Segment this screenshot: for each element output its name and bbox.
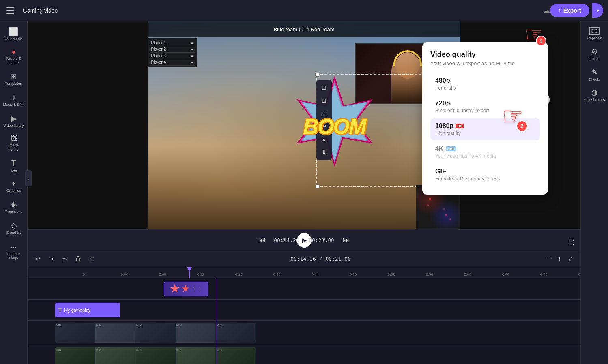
webcam-headphones bbox=[393, 50, 422, 66]
track-title: T My gameplay bbox=[28, 300, 580, 321]
sidebar-item-your-media[interactable]: ⬜ Your media bbox=[2, 24, 26, 45]
filters-icon: ⊘ bbox=[591, 47, 597, 56]
svg-point-5 bbox=[445, 214, 447, 216]
left-sidebar: ⬜ Your media ● Record & create ⊞ Templat… bbox=[0, 21, 28, 364]
video-track-item-main[interactable]: MIN MIN MIN MIN MIN bbox=[55, 323, 256, 343]
score-row-2: Player 2● bbox=[150, 46, 195, 53]
sidebar-label-your-media: Your media bbox=[4, 37, 23, 41]
fit-to-screen-button[interactable]: ⤢ bbox=[565, 253, 576, 264]
captions-icon: CC bbox=[589, 27, 600, 35]
bottom-thumb-3 bbox=[135, 347, 176, 364]
quality-option-480p[interactable]: 480p For drafts bbox=[430, 73, 540, 95]
quality-label-1080p: 1080p bbox=[435, 122, 453, 130]
edit-btn-arrow[interactable]: ⬇ bbox=[318, 146, 330, 158]
right-item-effects[interactable]: ✎ Effects bbox=[582, 65, 607, 84]
edit-btn-crop[interactable]: ⊡ bbox=[318, 81, 330, 94]
quality-label-4k: 4K bbox=[435, 145, 443, 152]
video-thumb-2: MIN bbox=[95, 323, 135, 343]
fullscreen-button[interactable]: ⛶ bbox=[567, 239, 574, 246]
title-track-item[interactable]: T My gameplay bbox=[55, 303, 120, 317]
effects-icon: ✎ bbox=[591, 68, 597, 77]
sidebar-collapse-arrow[interactable]: ‹ bbox=[25, 170, 32, 186]
sidebar-item-feature-flags[interactable]: ··· Feature Flags bbox=[2, 239, 26, 264]
video-thumb-3: MIN bbox=[135, 323, 176, 343]
timeline-ruler: 0 0:04 0:08 0:12 0:16 0:20 0:24 0:28 0:3… bbox=[28, 267, 580, 278]
bottom-thumb-4 bbox=[176, 347, 216, 364]
quality-option-1080p[interactable]: 1080p HD High quality bbox=[430, 118, 540, 140]
score-panel: Player 1● Player 2● Player 3● Player 4● bbox=[148, 38, 197, 67]
title-track-type-icon: T bbox=[58, 307, 62, 313]
export-dropdown-button[interactable]: ▾ bbox=[592, 3, 603, 18]
chevron-left-icon: ‹ bbox=[28, 176, 29, 181]
svg-point-4 bbox=[427, 204, 429, 206]
quality-option-gif[interactable]: GIF For videos 15 seconds or less bbox=[430, 164, 540, 186]
preview-canvas: Blue team 6 : 4 Red Team Player 1● Playe… bbox=[148, 21, 460, 229]
sidebar-item-brand-kit[interactable]: ◇ Brand kit bbox=[2, 218, 26, 238]
timeline-toolbar: ↩ ↪ ✂ 🗑 ⧉ 00:14.26 / 00:21.00 − + ⤢ bbox=[28, 251, 580, 267]
graphics-icon: ✦ bbox=[11, 181, 16, 187]
sidebar-label-image-library: Image library bbox=[3, 143, 24, 152]
quality-desc-480p: For drafts bbox=[435, 85, 535, 91]
timeline-area: ↩ ↪ ✂ 🗑 ⧉ 00:14.26 / 00:21.00 − + ⤢ 0 0:… bbox=[28, 251, 580, 364]
cut-button[interactable]: ✂ bbox=[59, 253, 69, 264]
bottom-thumb-1 bbox=[55, 347, 95, 364]
quality-option-720p[interactable]: 720p Smaller file, faster export bbox=[430, 96, 540, 118]
sidebar-item-templates[interactable]: ⊞ Templates bbox=[2, 69, 26, 89]
quality-desc-1080p: High quality bbox=[435, 131, 535, 136]
quality-badge-hd: HD bbox=[456, 124, 464, 128]
undo-button[interactable]: ↩ bbox=[32, 253, 43, 264]
quality-label-480p: 480p bbox=[435, 77, 450, 84]
media-icon: ⬜ bbox=[9, 28, 19, 36]
sticker-track-item[interactable]: ⋮⋮ bbox=[164, 282, 208, 296]
right-item-adjust-colors[interactable]: ◑ Adjust colors bbox=[582, 86, 607, 105]
duplicate-button[interactable]: ⧉ bbox=[87, 254, 97, 264]
sidebar-item-text[interactable]: T Text bbox=[2, 156, 26, 177]
right-item-filters[interactable]: ⊘ Filters bbox=[582, 45, 607, 64]
zoom-out-button[interactable]: − bbox=[545, 254, 553, 264]
bottom-thumb-2 bbox=[95, 347, 135, 364]
right-label-adjust-colors: Adjust colors bbox=[584, 98, 605, 102]
sidebar-item-graphics[interactable]: ✦ Graphics bbox=[2, 178, 26, 196]
skip-to-end-button[interactable]: ⏭ bbox=[339, 233, 354, 248]
svg-point-7 bbox=[449, 218, 451, 220]
track-sticker: ⋮⋮ bbox=[28, 278, 580, 300]
right-item-captions[interactable]: CC Captions bbox=[582, 24, 607, 43]
sidebar-item-music[interactable]: ♪ Music & SFX bbox=[2, 90, 26, 110]
record-icon: ● bbox=[12, 49, 16, 55]
main-area: ⬜ Your media ● Record & create ⊞ Templat… bbox=[0, 21, 608, 364]
delete-button[interactable]: 🗑 bbox=[73, 254, 84, 264]
adjust-colors-icon: ◑ bbox=[591, 88, 598, 97]
sticker-thumb-1 bbox=[170, 284, 180, 294]
score-row-1: Player 1● bbox=[150, 40, 195, 46]
video-thumb-1: MIN bbox=[55, 323, 95, 343]
cursor-annotation-1: ☞ 1 bbox=[525, 24, 543, 45]
sidebar-item-image-library[interactable]: 🖼 Image library bbox=[2, 132, 26, 155]
track-content-bottom-video bbox=[55, 347, 580, 364]
music-icon: ♪ bbox=[12, 93, 16, 101]
hud-score-text: Blue team 6 : 4 Red Team bbox=[273, 26, 334, 32]
hud-top: Blue team 6 : 4 Red Team bbox=[148, 21, 460, 37]
sidebar-label-feature-flags: Feature Flags bbox=[3, 252, 24, 261]
quality-panel-title: Video quality bbox=[430, 50, 540, 59]
redo-button[interactable]: ↪ bbox=[46, 253, 56, 264]
zoom-in-button[interactable]: + bbox=[555, 254, 564, 264]
image-library-icon: 🖼 bbox=[11, 135, 17, 142]
boom-sticker[interactable]: BOOM bbox=[278, 70, 391, 183]
sidebar-item-video-library[interactable]: ▶ Video library bbox=[2, 111, 26, 131]
bottom-track-item[interactable] bbox=[55, 347, 256, 364]
export-button[interactable]: ↑ Export bbox=[550, 4, 589, 17]
skip-start-icon: ⏮ bbox=[258, 236, 266, 244]
score-row-3: Player 3● bbox=[150, 53, 195, 59]
timeline-time-display: 00:14.26 / 00:21.00 bbox=[100, 256, 541, 262]
sidebar-item-transitions[interactable]: ◈ Transitions bbox=[2, 197, 26, 217]
edit-btn-resize[interactable]: ⊞ bbox=[318, 94, 330, 107]
skip-to-start-button[interactable]: ⏮ bbox=[255, 233, 269, 248]
sidebar-label-templates: Templates bbox=[5, 81, 22, 86]
track-content-title: T My gameplay bbox=[55, 301, 580, 319]
sticker-thumb-2 bbox=[181, 285, 189, 293]
sidebar-item-record[interactable]: ● Record & create bbox=[2, 45, 26, 69]
menu-button[interactable] bbox=[5, 4, 18, 17]
sidebar-label-transitions: Transitions bbox=[5, 210, 23, 214]
quality-option-4k[interactable]: 4K UHD Your video has no 4K media bbox=[430, 141, 540, 163]
sidebar-label-text: Text bbox=[10, 169, 17, 173]
